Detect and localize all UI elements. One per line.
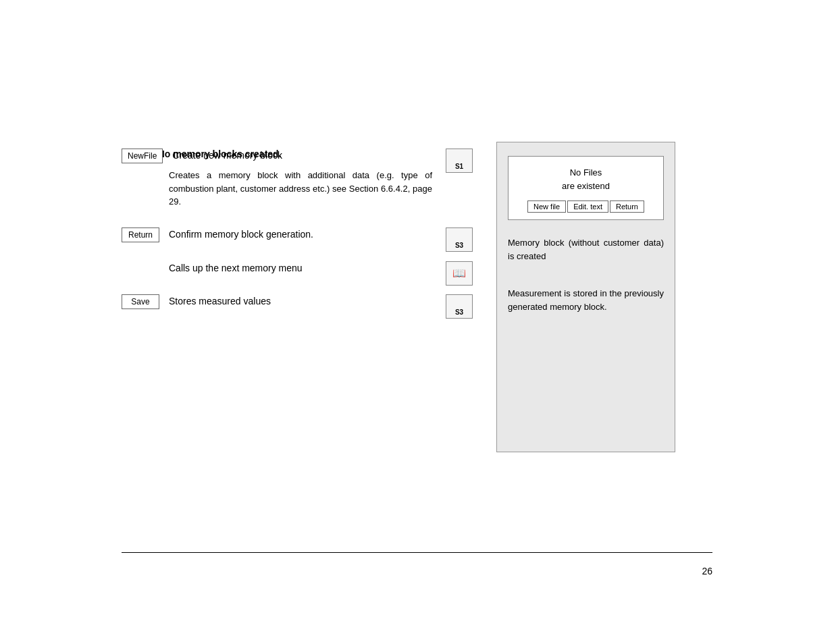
step-row-1: NewFile Create new memory block S1 <box>122 149 473 163</box>
step1-subtext: Creates a memory block with additional d… <box>169 169 473 209</box>
page-number: 26 <box>702 566 712 576</box>
device-return-btn[interactable]: Return <box>610 200 644 213</box>
step4-description: Stores measured values <box>169 294 473 308</box>
right-text-1: Memory block (without customer data) is … <box>508 231 664 268</box>
right-text-2: Measurement is stored in the previously … <box>508 281 664 319</box>
left-panel: NewFile Create new memory block S1 Creat… <box>122 149 473 328</box>
save-button[interactable]: Save <box>122 294 159 309</box>
screen-line1: No Files <box>515 166 656 180</box>
step1-description: Create new memory block <box>172 149 473 163</box>
step2-description: Confirm memory block generation. <box>169 227 473 242</box>
return-button[interactable]: Return <box>122 227 159 242</box>
screen-text: No Files are existend <box>515 166 656 192</box>
step-row-3: Calls up the next memory menu 📖 <box>122 261 473 275</box>
page-divider <box>122 552 712 553</box>
step-row-4: Save Stores measured values S3 <box>122 294 473 309</box>
key-s3-1: S3 <box>446 227 473 252</box>
device-buttons-row: New file Edit. text Return <box>515 200 656 213</box>
key-s1: S1 <box>446 149 473 173</box>
book-icon: 📖 <box>452 267 466 279</box>
step-row-2: Return Confirm memory block generation. … <box>122 227 473 242</box>
newfile-button[interactable]: NewFile <box>122 149 163 163</box>
new-file-btn[interactable]: New file <box>527 200 566 213</box>
edit-text-btn[interactable]: Edit. text <box>567 200 608 213</box>
device-screen: No Files are existend New file Edit. tex… <box>508 156 664 220</box>
step3-description: Calls up the next memory menu <box>169 261 473 275</box>
key-s3-2: S3 <box>446 294 473 319</box>
screen-line2: are existend <box>515 180 656 193</box>
key-book: 📖 <box>446 261 473 286</box>
right-panel: No Files are existend New file Edit. tex… <box>496 142 675 452</box>
